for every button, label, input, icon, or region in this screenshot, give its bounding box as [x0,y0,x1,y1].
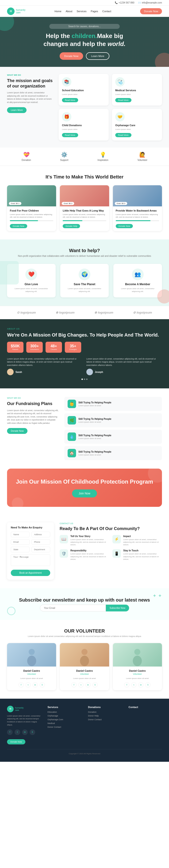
join-banner: Join Our Mission Of Childhood Protection… [7,469,162,507]
volunteer-desc-2: Lorem ipsum dolor sit amet [116,677,159,680]
what-card-btn-1[interactable]: Read More [115,98,132,102]
email-input[interactable] [11,539,30,545]
nav-services[interactable]: Services [77,10,86,13]
dot-0[interactable] [81,378,83,380]
footer-services-list: Education Orphanage Orphanage.Com Medica… [48,711,81,728]
footer-service-4[interactable]: Donor Contact [48,726,81,728]
fund-item-title-2: Still Trying To Helping People [78,434,111,437]
mission-stat-num-1: 300+ [30,344,39,348]
facebook-icon-2[interactable]: f [124,682,129,687]
facebook-icon-0[interactable]: f [19,682,24,687]
footer-donations-title: Donations [88,706,121,709]
hero-donate-button[interactable]: Donate Now [60,52,83,60]
fund-item-text-1: Still Trying To Helping People Lorem ips… [78,418,111,423]
footer-linkedin-icon[interactable]: li [30,730,35,735]
logo-text: humanity care [16,9,26,14]
facebook-icon-1[interactable]: f [72,682,77,687]
project-goal-1: Goal: $0.2 [62,202,74,205]
state-input[interactable] [11,547,30,552]
footer-instagram-icon[interactable]: in [22,730,28,735]
mission-stat-num-3: 35+ [68,344,78,348]
testimonial-name-1: Joseph [95,371,103,373]
message-input[interactable] [11,554,50,566]
fund-item-text-2: Still Trying To Helping People Lorem ips… [78,434,111,439]
what-card-btn-3[interactable]: Read More [115,133,132,137]
address-input[interactable] [31,532,50,537]
footer-donate-button[interactable]: Donate Now [7,739,25,744]
fund-item-desc-0: Lorem ipsum dolor sit amet [78,405,111,407]
partner-logo-0: ⊙ logoipsum [17,311,36,314]
twitter-icon-2[interactable]: t [131,682,136,687]
phone-input[interactable] [31,539,50,545]
volunteer-social-0: f t in li [10,682,53,687]
nav-pages[interactable]: Pages [91,10,98,13]
instagram-icon-1[interactable]: in [85,682,91,687]
project-card-0: Goal: $0.1 Food For Poor Children Lorem … [7,185,56,231]
department-input[interactable] [31,547,50,552]
project-btn-0[interactable]: Donate Now [10,224,27,228]
linkedin-icon-2[interactable]: li [145,682,150,687]
inspiration-label: Inspiration [97,159,108,161]
site-footer: H humanity care Lorem ipsum dolor sit am… [0,699,169,762]
project-body-0: Food For Poor Children Lorem ipsum dolor… [7,207,56,231]
newsletter-subscribe-button[interactable]: Subscribe Now [106,604,129,612]
footer-twitter-icon[interactable]: t [15,730,20,735]
what-desc: Lorem ipsum dolor sit amet, consectetur … [7,91,54,104]
footer-donation-1[interactable]: Donor Help [88,715,121,717]
fund-donate-button[interactable]: Donate Now [7,428,27,434]
footer-service-1[interactable]: Orphanage [48,715,81,717]
nav-contact[interactable]: Contact [102,10,111,13]
footer-facebook-icon[interactable]: f [7,730,13,735]
footer-service-0[interactable]: Education [48,711,81,713]
footer-donation-2[interactable]: Donor Contact [88,718,121,721]
phone-info: 📞 +1234 567 890 [115,1,134,4]
volunteer-photo-0 [7,643,56,666]
hero-learn-button[interactable]: Learn More [86,52,109,60]
footer-service-3[interactable]: Medical [48,722,81,724]
project-btn-2[interactable]: Donate Now [116,224,133,228]
newsletter-email-input[interactable] [40,604,106,612]
dot-1[interactable] [84,378,85,380]
volunteers-title: OUR VOLUNTEER [7,628,162,634]
what-card-desc-2: Lorem ipsum dolor [62,128,105,131]
donation-label: Donation [22,159,31,161]
support-icon: ⚙️ [61,152,67,158]
what-cards: 📚 School Education Lorem ipsum dolor Rea… [59,74,162,141]
testimonial-author-0: Sarah [7,369,83,375]
project-btn-1[interactable]: Donate Help [63,224,80,228]
fund-desc: Lorem ipsum dolor sit amet, consectetur … [7,409,59,425]
project-card-2: Goal: $0.3 Provide Water In Backward Are… [113,185,162,231]
nav-home[interactable]: Home [54,10,61,13]
dot-2[interactable] [86,378,88,380]
instagram-icon-0[interactable]: in [33,682,38,687]
help-card-desc-2: Lorem ipsum dolor sit amet, consectetur … [117,287,159,292]
name-input[interactable] [11,532,30,537]
linkedin-icon-0[interactable]: li [40,682,45,687]
join-button[interactable]: Join Now [72,490,97,497]
linkedin-icon-1[interactable]: li [92,682,97,687]
nav-about[interactable]: About [66,10,73,13]
logo[interactable]: H humanity care [7,7,26,15]
mission-stat-0: $50K Raised [7,342,24,353]
instagram-icon-2[interactable]: in [138,682,143,687]
what-learn-button[interactable]: Learn More [7,107,27,113]
inspiration-icon: 💡 [100,152,106,158]
header-donate-button[interactable]: Donate Now [140,8,162,14]
book-appointment-button[interactable]: Book an Appointment [11,570,50,576]
what-card-btn-0[interactable]: Read More [62,98,78,102]
twitter-icon-1[interactable]: t [78,682,84,687]
what-card-desc-0: Lorem ipsum dolor [62,93,105,96]
what-card-btn-2[interactable]: Read More [62,133,78,137]
twitter-icon-0[interactable]: t [26,682,31,687]
fund-item-0: 👶 Still Trying To Helping People Lorem i… [64,397,162,411]
footer-donation-0[interactable]: Donation [88,711,121,713]
top-bar: 📞 +1234 567 890 ✉️ info@example.com [0,0,169,6]
testimonial-1: Lorem ipsum dolor sit amet, consectetur … [86,358,162,375]
comm-feat-icon-1: ⚡ [112,535,121,544]
help-card-desc-0: Lorem ipsum dolor sit amet, consectetur … [10,287,52,292]
footer-service-2[interactable]: Orphanage.Com [48,718,81,721]
svg-point-2 [81,649,88,655]
volunteer-photo-1 [60,643,109,666]
volunteer-role-2: Volunteer [116,673,159,675]
mission-stat-num-2: 48+ [49,344,59,348]
